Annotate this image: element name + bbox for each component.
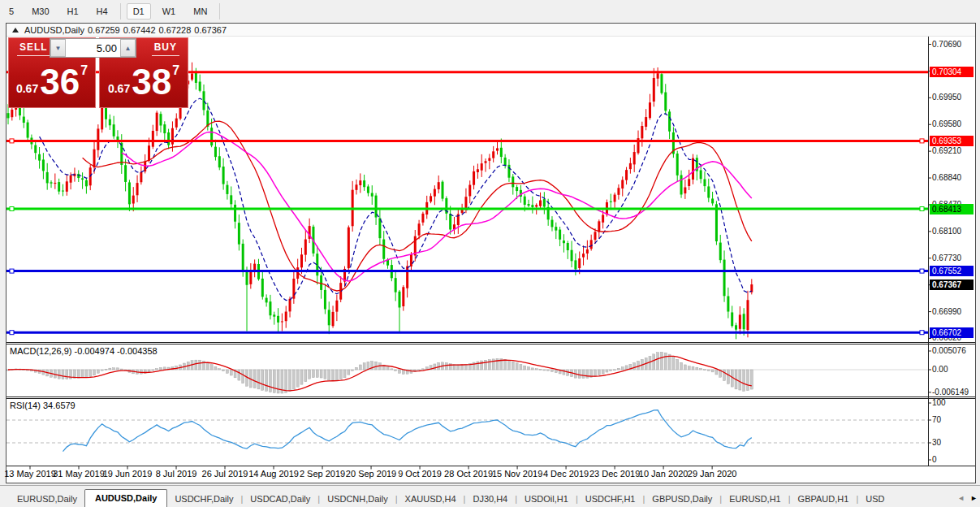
- tab-scroll-left-icon[interactable]: ◄: [957, 494, 965, 502]
- toolbar-separator: [120, 3, 121, 20]
- tab-scroll-buttons: ◄ ►: [957, 494, 978, 502]
- chart-tab-dj30-h4[interactable]: DJ30,H4: [465, 491, 515, 507]
- sell-price: 0.67367: [9, 58, 95, 100]
- toolbar-separator: [219, 3, 220, 20]
- tab-scroll-right-icon[interactable]: ►: [970, 494, 978, 502]
- metatrader-terminal: { "toolbar": { "timeframes": ["5","M30",…: [0, 0, 980, 507]
- chart-tab-usdchf-daily[interactable]: USDCHF,Daily: [167, 491, 240, 507]
- timeframe-button-h4[interactable]: H4: [90, 3, 114, 20]
- timeframe-button-m30[interactable]: M30: [25, 3, 55, 20]
- buy-button[interactable]: BUY: [152, 40, 179, 56]
- volume-increase-button[interactable]: ▲: [120, 39, 136, 57]
- chart-symbol: AUDUSD,Daily: [24, 25, 84, 35]
- ohlc-close: 0.67367: [194, 25, 227, 35]
- up-arrow-icon: ▲: [125, 45, 132, 52]
- volume-decrease-button[interactable]: ▼: [50, 39, 66, 57]
- chart-tab-usd[interactable]: USD: [858, 491, 891, 507]
- chart-title-bar[interactable]: AUDUSD,Daily 0.67259 0.67442 0.67228 0.6…: [6, 24, 975, 37]
- chart-tab-gbpusd-daily[interactable]: GBPUSD,Daily: [645, 491, 719, 507]
- one-click-trading-panel: SELL 0.67367 BUY 0.67387 ▼ ▲: [8, 37, 188, 108]
- chart-tab-gbpaud-h1[interactable]: GBPAUD,H1: [791, 491, 857, 507]
- buy-price: 0.67387: [100, 58, 188, 100]
- ohlc-open: 0.67259: [88, 25, 120, 35]
- timeframe-button-5[interactable]: 5: [2, 3, 20, 20]
- chart-tab-eurusd-daily[interactable]: EURUSD,Daily: [10, 491, 84, 507]
- chart-tab-audusd-daily[interactable]: AUDUSD,Daily: [84, 489, 167, 507]
- down-arrow-icon: ▼: [55, 45, 62, 52]
- timeframe-button-d1[interactable]: D1: [127, 3, 151, 20]
- chart-tab-xauusd-h4[interactable]: XAUUSD,H4: [398, 491, 464, 507]
- chart-tab-usdchf-h1[interactable]: USDCHF,H1: [578, 491, 643, 507]
- timeframe-button-h1[interactable]: H1: [61, 3, 85, 20]
- chart-tab-usdoil-h1[interactable]: USDOil,H1: [517, 491, 576, 507]
- sell-button[interactable]: SELL: [17, 40, 50, 56]
- timeframe-button-mn[interactable]: MN: [187, 3, 214, 20]
- timeframe-button-w1[interactable]: W1: [156, 3, 183, 20]
- volume-input[interactable]: [66, 39, 120, 57]
- chart-tab-bar: EURUSD,DailyAUDUSD,DailyUSDCHF,Daily|USD…: [0, 485, 980, 507]
- chart-tab-usdcnh-daily[interactable]: USDCNH,Daily: [320, 491, 395, 507]
- chart-tab-usdcad-daily[interactable]: USDCAD,Daily: [243, 491, 317, 507]
- volume-spinner: ▼ ▲: [50, 38, 136, 58]
- ohlc-low: 0.67228: [159, 25, 192, 35]
- ohlc-high: 0.67442: [123, 25, 156, 35]
- timeframe-toolbar: 5M30H1H4D1W1MN: [0, 0, 980, 22]
- chart-tab-eurusd-h1[interactable]: EURUSD,H1: [722, 491, 788, 507]
- collapse-triangle-icon: [12, 28, 19, 32]
